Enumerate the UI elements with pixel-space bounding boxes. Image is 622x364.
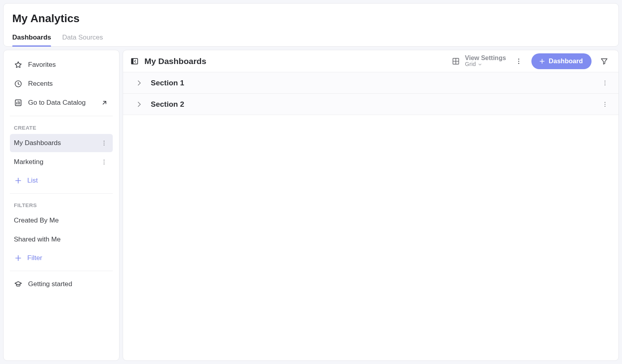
- grid-icon: [451, 57, 460, 66]
- main-header: My Dashboards View Settings Grid: [123, 50, 618, 72]
- sidebar-section-create: CREATE: [10, 120, 113, 133]
- add-list-button[interactable]: List: [10, 172, 113, 189]
- svg-point-12: [518, 60, 519, 62]
- app-frame: My Analytics Dashboards Data Sources Fav…: [0, 0, 622, 364]
- tab-dashboards[interactable]: Dashboards: [12, 30, 51, 46]
- svg-point-14: [605, 81, 605, 81]
- filter-button[interactable]: [597, 54, 611, 68]
- section-title: Section 2: [151, 100, 184, 109]
- view-settings-toggle[interactable]: View Settings Grid: [451, 55, 506, 68]
- divider: [10, 193, 113, 194]
- plus-icon: [14, 176, 23, 185]
- collapse-sidebar-icon[interactable]: [130, 57, 139, 66]
- section-row[interactable]: Section 1: [123, 72, 618, 94]
- sidebar-item-label: Recents: [28, 80, 53, 88]
- add-dashboard-button[interactable]: Dashboard: [531, 53, 592, 69]
- view-settings-text: View Settings Grid: [465, 55, 506, 68]
- divider: [10, 271, 113, 271]
- plus-icon: [539, 58, 546, 65]
- svg-point-7: [104, 164, 104, 164]
- add-filter-button[interactable]: Filter: [10, 249, 113, 267]
- view-settings-mode: Grid: [465, 61, 476, 68]
- section-title: Section 1: [151, 79, 184, 87]
- sidebar-item-label: Shared with Me: [14, 236, 61, 243]
- sidebar-filter-created-by-me[interactable]: Created By Me: [10, 211, 113, 230]
- sidebar-item-label: My Dashboards: [14, 139, 61, 147]
- add-list-label: List: [27, 177, 38, 185]
- more-icon[interactable]: [99, 157, 109, 167]
- svg-point-2: [104, 141, 104, 141]
- clock-icon: [14, 79, 23, 88]
- sidebar-filter-shared-with-me[interactable]: Shared with Me: [10, 230, 113, 249]
- body-row: Favorites Recents Go to Data Catalog: [3, 50, 619, 361]
- main-title: My Dashboards: [144, 57, 206, 66]
- svg-point-17: [605, 102, 605, 103]
- app-title: My Analytics: [12, 12, 610, 25]
- svg-point-4: [104, 145, 104, 145]
- main-panel: My Dashboards View Settings Grid: [123, 50, 619, 361]
- plus-icon: [14, 254, 23, 262]
- page-header: My Analytics Dashboards Data Sources: [3, 3, 619, 47]
- sidebar-item-getting-started[interactable]: Getting started: [10, 275, 113, 293]
- svg-point-3: [104, 143, 104, 143]
- catalog-icon: [14, 98, 23, 107]
- chevron-down-icon: [477, 62, 483, 67]
- sidebar-item-label: Getting started: [28, 280, 72, 288]
- sidebar-item-label: Marketing: [14, 158, 44, 166]
- sidebar-item-label: Go to Data Catalog: [28, 99, 86, 107]
- sidebar-item-recents[interactable]: Recents: [10, 75, 113, 93]
- svg-point-11: [518, 58, 519, 60]
- star-icon: [14, 60, 23, 69]
- divider: [10, 116, 113, 116]
- more-icon[interactable]: [99, 138, 109, 148]
- sidebar-item-label: Created By Me: [14, 217, 59, 224]
- sidebar-item-favorites[interactable]: Favorites: [10, 56, 113, 74]
- chevron-right-icon: [135, 79, 144, 87]
- svg-point-13: [518, 63, 519, 64]
- svg-rect-9: [131, 58, 133, 64]
- main-more-button[interactable]: [512, 54, 526, 68]
- chevron-right-icon: [135, 100, 144, 109]
- view-settings-title: View Settings: [465, 55, 506, 62]
- section-more-button[interactable]: [600, 78, 610, 88]
- sidebar-item-label: Favorites: [28, 61, 56, 69]
- external-link-icon: [100, 98, 109, 107]
- sidebar-section-filters: FILTERS: [10, 198, 113, 211]
- sidebar-item-data-catalog[interactable]: Go to Data Catalog: [10, 94, 113, 112]
- svg-point-18: [605, 104, 605, 104]
- section-row[interactable]: Section 2: [123, 94, 618, 115]
- tab-data-sources[interactable]: Data Sources: [62, 30, 103, 46]
- grad-cap-icon: [14, 280, 23, 289]
- add-dashboard-label: Dashboard: [549, 57, 583, 65]
- svg-point-6: [104, 162, 104, 162]
- svg-point-16: [605, 84, 605, 85]
- sidebar-item-my-dashboards[interactable]: My Dashboards: [10, 134, 113, 152]
- tab-bar: Dashboards Data Sources: [12, 30, 610, 46]
- section-more-button[interactable]: [600, 100, 610, 109]
- svg-point-19: [605, 106, 605, 106]
- sidebar-item-marketing[interactable]: Marketing: [10, 153, 113, 171]
- svg-point-15: [605, 82, 605, 83]
- sidebar: Favorites Recents Go to Data Catalog: [3, 50, 119, 361]
- add-filter-label: Filter: [27, 254, 42, 262]
- svg-point-5: [104, 160, 104, 160]
